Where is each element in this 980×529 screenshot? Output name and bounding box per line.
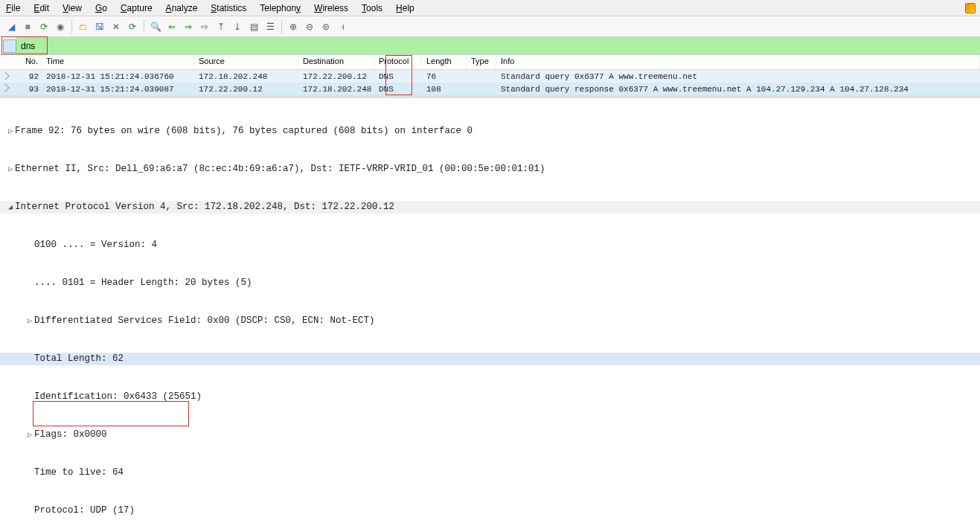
cell-time: 2018-12-31 15:21:24.039087 — [42, 83, 194, 95]
expand-icon[interactable]: ▷ — [25, 315, 34, 327]
resize-columns-icon[interactable]: ⫞ — [336, 20, 349, 33]
restart-capture-icon[interactable]: ⟳ — [37, 20, 51, 33]
toolbar: ◢ ■ ⟳ ◉ 🗀 🖫 ✕ ⟳ 🔍 ⇐ ⇒ ⇨ ⤒ ⤓ ▤ ☰ ⊕ ⊖ ⊜ ⫞ — [0, 16, 980, 37]
menu-edit[interactable]: Edit — [32, 3, 51, 13]
tree-ip-ds[interactable]: ▷Differentiated Services Field: 0x00 (DS… — [0, 315, 980, 327]
go-forward-icon[interactable]: ⇒ — [182, 20, 195, 33]
cell-time: 2018-12-31 15:21:24.036760 — [42, 71, 194, 83]
zoom-out-icon[interactable]: ⊖ — [303, 20, 316, 33]
conversation-end-icon — [0, 83, 10, 95]
packet-row[interactable]: 93 2018-12-31 15:21:24.039087 172.22.200… — [0, 83, 980, 95]
zoom-reset-icon[interactable]: ⊜ — [319, 20, 333, 33]
cell-info: Standard query 0x6377 A www.treemenu.net — [496, 71, 980, 83]
col-type[interactable]: Type — [467, 55, 496, 69]
menu-go[interactable]: Go — [94, 3, 109, 13]
cell-no: 92 — [10, 71, 42, 83]
go-last-icon[interactable]: ⤓ — [231, 20, 244, 33]
packet-details[interactable]: ▷Frame 92: 76 bytes on wire (608 bits), … — [0, 98, 980, 528]
tree-ip-headerlen[interactable]: .... 0101 = Header Length: 20 bytes (5) — [0, 277, 980, 289]
conversation-start-icon — [0, 70, 10, 83]
menu-capture[interactable]: Capture — [119, 3, 154, 13]
cell-length: 76 — [422, 71, 467, 83]
tree-ip-totallength[interactable]: Total Length: 62 — [0, 353, 980, 365]
cell-info: Standard query response 0x6377 A www.tre… — [496, 83, 980, 95]
expand-icon[interactable]: ▷ — [6, 125, 15, 138]
cell-protocol: DNS — [374, 83, 422, 95]
menu-file[interactable]: File — [4, 3, 22, 13]
menu-wireless[interactable]: Wireless — [313, 3, 350, 13]
stop-capture-icon[interactable]: ■ — [21, 20, 34, 33]
cell-source: 172.22.200.12 — [194, 83, 298, 95]
filter-bookmark-icon[interactable] — [3, 39, 16, 53]
tree-ip-header[interactable]: ◢Internet Protocol Version 4, Src: 172.1… — [0, 201, 980, 214]
go-to-packet-icon[interactable]: ⇨ — [198, 20, 211, 33]
start-capture-icon[interactable]: ◢ — [4, 20, 18, 33]
packet-row[interactable]: 92 2018-12-31 15:21:24.036760 172.18.202… — [0, 70, 980, 83]
tree-ip-version[interactable]: 0100 .... = Version: 4 — [0, 239, 980, 251]
col-destination[interactable]: Destination — [298, 55, 374, 69]
col-length[interactable]: Length — [422, 55, 467, 69]
cell-source: 172.18.202.248 — [194, 71, 298, 83]
menu-statistics[interactable]: Statistics — [209, 3, 248, 13]
menu-view[interactable]: View — [61, 3, 83, 13]
col-protocol[interactable]: Protocol — [374, 55, 422, 69]
tree-ip-protocol[interactable]: Protocol: UDP (17) — [0, 504, 980, 517]
cell-destination: 172.18.202.248 — [298, 83, 374, 95]
save-file-icon[interactable]: 🖫 — [93, 20, 106, 33]
cell-type — [467, 88, 496, 91]
colorize-icon[interactable]: ☰ — [263, 20, 277, 33]
packet-list[interactable]: No. Time Source Destination Protocol Len… — [0, 55, 980, 98]
tree-ip-ident[interactable]: Identification: 0x6433 (25651) — [0, 391, 980, 403]
menu-telephony[interactable]: Telephony — [258, 3, 302, 13]
go-back-icon[interactable]: ⇐ — [165, 20, 179, 33]
cell-length: 108 — [422, 83, 467, 95]
col-time[interactable]: Time — [42, 55, 194, 69]
zoom-in-icon[interactable]: ⊕ — [286, 20, 300, 33]
display-filter-bar — [0, 37, 980, 55]
packet-list-header[interactable]: No. Time Source Destination Protocol Len… — [0, 55, 980, 70]
expand-icon[interactable]: ▷ — [6, 163, 15, 176]
menu-help[interactable]: Help — [394, 3, 416, 13]
tree-frame[interactable]: ▷Frame 92: 76 bytes on wire (608 bits), … — [0, 125, 980, 138]
display-filter-input[interactable] — [16, 37, 980, 54]
tree-ip-flags[interactable]: ▷Flags: 0x0000 — [0, 429, 980, 441]
col-no[interactable]: No. — [0, 55, 42, 69]
cell-no: 93 — [10, 83, 42, 95]
open-file-icon[interactable]: 🗀 — [77, 20, 90, 33]
capture-options-icon[interactable]: ◉ — [54, 20, 67, 33]
wireshark-logo-icon — [965, 3, 976, 13]
cell-destination: 172.22.200.12 — [298, 71, 374, 83]
expand-icon[interactable]: ▷ — [25, 429, 34, 441]
find-icon[interactable]: 🔍 — [149, 20, 162, 33]
collapse-icon[interactable]: ◢ — [6, 201, 15, 214]
col-source[interactable]: Source — [194, 55, 298, 69]
cell-protocol: DNS — [374, 71, 422, 83]
cell-type — [467, 75, 496, 78]
col-info[interactable]: Info — [496, 55, 980, 69]
reload-icon[interactable]: ⟳ — [126, 20, 139, 33]
menu-analyze[interactable]: Analyze — [164, 3, 199, 13]
close-file-icon[interactable]: ✕ — [109, 20, 123, 33]
tree-ip-ttl[interactable]: Time to live: 64 — [0, 467, 980, 479]
tree-ethernet[interactable]: ▷Ethernet II, Src: Dell_69:a6:a7 (8c:ec:… — [0, 163, 980, 176]
menu-tools[interactable]: Tools — [360, 3, 384, 13]
auto-scroll-icon[interactable]: ▤ — [247, 20, 260, 33]
go-first-icon[interactable]: ⤒ — [214, 20, 228, 33]
menubar: File Edit View Go Capture Analyze Statis… — [0, 0, 980, 16]
